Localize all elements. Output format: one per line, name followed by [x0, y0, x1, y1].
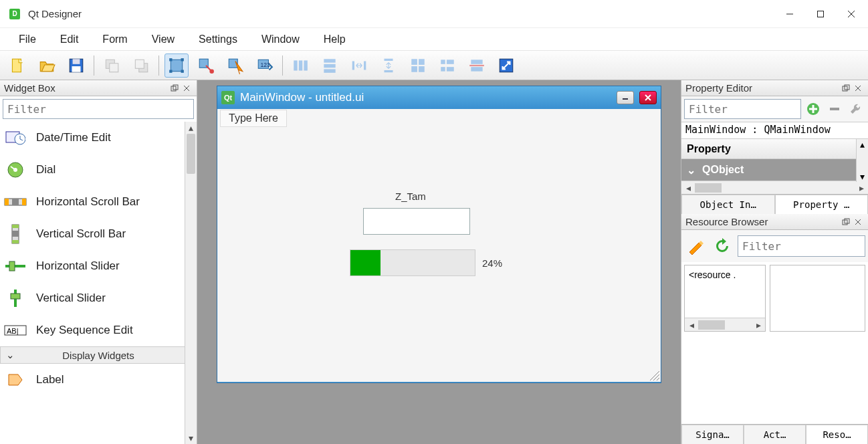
layout-h-splitter-icon[interactable]: [347, 53, 371, 78]
widget-item-vslider[interactable]: Vertical Slider: [0, 282, 197, 314]
edit-resources-icon[interactable]: [684, 235, 707, 257]
open-file-icon[interactable]: [35, 53, 59, 78]
vslider-icon: [4, 289, 27, 308]
scroll-thumb[interactable]: [187, 134, 195, 174]
chevron-down-icon: ⌄: [6, 349, 15, 361]
new-file-icon[interactable]: [5, 53, 29, 78]
widget-item-datetime[interactable]: Date/Time Edit: [0, 122, 197, 154]
form-window[interactable]: Qt MainWindow - untitled.ui Type Here Z_…: [217, 86, 661, 383]
reload-icon[interactable]: [711, 235, 734, 257]
right-panel: Property Editor MainWindow : QMainWindow…: [681, 80, 868, 444]
edit-widgets-icon[interactable]: [165, 53, 189, 78]
menu-help[interactable]: Help: [312, 31, 358, 48]
tab-action-editor[interactable]: Act…: [744, 425, 806, 444]
break-layout-icon[interactable]: [465, 53, 489, 78]
widget-item-label[interactable]: Label: [0, 364, 197, 396]
widget-item-hslider[interactable]: Horizontal Slider: [0, 250, 197, 282]
menu-view[interactable]: View: [140, 31, 187, 48]
widget-filter-input[interactable]: [3, 99, 194, 119]
dock-float-icon[interactable]: [840, 82, 852, 94]
property-scrollbar[interactable]: ▴ ▾: [856, 139, 868, 182]
dock-float-icon[interactable]: [169, 82, 181, 94]
resource-tree[interactable]: <resource . ◂▸: [684, 265, 766, 332]
widget-item-vscroll[interactable]: Vertical Scroll Bar: [0, 218, 197, 250]
resize-grip-icon[interactable]: [650, 371, 659, 380]
form-progressbar-widget[interactable]: 24%: [350, 249, 502, 276]
dock-close-icon[interactable]: [181, 82, 193, 94]
svg-rect-63: [830, 108, 839, 110]
menu-window[interactable]: Window: [249, 31, 312, 48]
dock-close-icon[interactable]: [852, 216, 864, 228]
qt-icon: Qt: [221, 91, 235, 104]
bring-front-icon[interactable]: [129, 53, 153, 78]
edit-signals-icon[interactable]: [194, 53, 218, 78]
svg-text:123: 123: [261, 62, 271, 68]
svg-rect-54: [9, 261, 15, 271]
menu-file[interactable]: File: [7, 31, 48, 48]
adjust-size-icon[interactable]: [494, 53, 518, 78]
svg-text:AB|: AB|: [7, 327, 19, 335]
form-minimize-button[interactable]: [617, 91, 634, 104]
menu-settings[interactable]: Settings: [187, 31, 249, 48]
form-canvas[interactable]: Z_Tam 24%: [217, 128, 661, 382]
add-property-icon[interactable]: [804, 100, 823, 118]
svg-rect-37: [471, 67, 482, 72]
svg-rect-29: [419, 59, 425, 65]
layout-form-icon[interactable]: [435, 53, 459, 78]
remove-property-icon[interactable]: [825, 100, 844, 118]
resource-root[interactable]: <resource .: [689, 269, 736, 280]
svg-rect-22: [294, 60, 297, 70]
svg-point-18: [209, 69, 214, 74]
widget-category-display[interactable]: ⌄Display Widgets: [0, 346, 197, 364]
resource-browser-title: Resource Browser: [685, 216, 768, 227]
chevron-down-icon: ⌄: [687, 164, 695, 177]
widget-item-keyseq[interactable]: AB|Key Sequence Edit: [0, 314, 197, 346]
svg-rect-28: [411, 59, 417, 65]
widget-item-dial[interactable]: Dial: [0, 154, 197, 186]
form-titlebar[interactable]: Qt MainWindow - untitled.ui: [217, 86, 661, 109]
dock-float-icon[interactable]: [840, 216, 852, 228]
svg-rect-1: [818, 11, 824, 17]
menu-form[interactable]: Form: [90, 31, 139, 48]
layout-grid-icon[interactable]: [406, 53, 430, 78]
scroll-up-icon[interactable]: ▴: [185, 122, 197, 134]
tab-resource-browser[interactable]: Reso…: [806, 425, 868, 444]
dock-close-icon[interactable]: [852, 82, 864, 94]
form-lineedit-widget[interactable]: [363, 208, 470, 235]
tab-property-editor[interactable]: Property …: [775, 195, 869, 214]
edit-buddies-icon[interactable]: [223, 53, 247, 78]
layout-horizontal-icon[interactable]: [288, 53, 312, 78]
scroll-down-icon[interactable]: ▾: [185, 432, 197, 444]
send-back-icon[interactable]: [100, 53, 124, 78]
wrench-icon[interactable]: [847, 100, 865, 118]
minimize-button[interactable]: [774, 4, 805, 24]
layout-v-splitter-icon[interactable]: [376, 53, 401, 78]
tab-object-inspector[interactable]: Object In…: [681, 195, 775, 214]
window-titlebar: D Qt Designer: [0, 0, 868, 28]
menu-edit[interactable]: Edit: [48, 31, 91, 48]
type-here-placeholder[interactable]: Type Here: [220, 110, 287, 127]
svg-rect-24: [304, 60, 307, 70]
form-close-button[interactable]: [639, 91, 657, 104]
close-button[interactable]: [836, 4, 867, 24]
resource-filter-input[interactable]: [738, 235, 865, 257]
form-menubar[interactable]: Type Here: [217, 109, 661, 128]
property-header[interactable]: Property: [681, 139, 868, 159]
svg-rect-27: [324, 69, 335, 72]
widget-list-scrollbar[interactable]: ▴ ▾: [185, 122, 197, 444]
maximize-button[interactable]: [805, 4, 836, 24]
widget-list[interactable]: Date/Time Edit Dial Horizontal Scroll Ba…: [0, 122, 197, 444]
form-designer-area[interactable]: Qt MainWindow - untitled.ui Type Here Z_…: [197, 80, 681, 444]
layout-vertical-icon[interactable]: [318, 53, 342, 78]
widget-item-hscroll[interactable]: Horizontal Scroll Bar: [0, 186, 197, 218]
property-filter-input[interactable]: [684, 99, 801, 119]
tab-signal-slot[interactable]: Signa…: [681, 425, 744, 444]
save-file-icon[interactable]: [64, 53, 88, 78]
edit-tab-order-icon[interactable]: 123: [253, 53, 277, 78]
menubar: File Edit Form View Settings Window Help: [0, 28, 868, 51]
form-label-widget[interactable]: Z_Tam: [395, 191, 426, 202]
property-group-qobject[interactable]: ⌄QObject: [681, 159, 868, 181]
svg-rect-9: [110, 63, 118, 72]
svg-rect-25: [324, 59, 335, 62]
property-hscroll[interactable]: ◂▸: [681, 181, 868, 194]
